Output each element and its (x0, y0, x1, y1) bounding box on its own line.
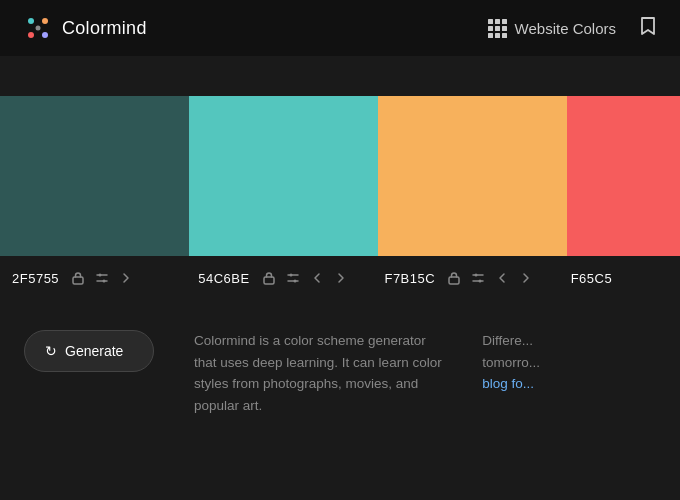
generate-label: Generate (65, 343, 123, 359)
chevron-left-button-2[interactable] (493, 269, 511, 287)
svg-rect-15 (449, 277, 459, 284)
color-hex-1: 54C6BE (198, 271, 249, 286)
lock-button-2[interactable] (445, 269, 463, 287)
swatches-container (0, 96, 680, 256)
svg-point-13 (289, 274, 292, 277)
app-header: Colormind Website Colors (0, 0, 680, 56)
sliders-button-2[interactable] (469, 269, 487, 287)
color-info-0: 2F5755 (0, 269, 186, 287)
color-info-1: 54C6BE (186, 269, 372, 287)
svg-point-4 (36, 26, 41, 31)
svg-point-8 (99, 274, 102, 277)
color-hex-0: 2F5755 (12, 271, 59, 286)
chevron-right-button-2[interactable] (517, 269, 535, 287)
description-right: Differe...tomorro... blog fo... (482, 330, 656, 416)
color-info-2: F7B15C (372, 269, 558, 287)
grid-icon (488, 19, 507, 38)
svg-point-18 (475, 274, 478, 277)
swatch-0 (0, 96, 189, 256)
svg-point-1 (42, 18, 48, 24)
svg-point-2 (28, 32, 34, 38)
header-right: Website Colors (480, 15, 656, 42)
refresh-icon: ↻ (45, 343, 57, 359)
chevron-left-button-1[interactable] (308, 269, 326, 287)
svg-point-3 (42, 32, 48, 38)
main-content: 2F5755 (0, 56, 680, 436)
swatch-3 (567, 96, 680, 256)
svg-point-19 (479, 280, 482, 283)
svg-rect-10 (264, 277, 274, 284)
sliders-button-1[interactable] (284, 269, 302, 287)
website-colors-label: Website Colors (515, 20, 616, 37)
logo-icon (24, 14, 52, 42)
chevron-right-button-1[interactable] (332, 269, 350, 287)
lock-button-1[interactable] (260, 269, 278, 287)
svg-rect-5 (73, 277, 83, 284)
color-info-3: F65C5 (559, 271, 680, 286)
bookmark-button[interactable] (640, 16, 656, 41)
description-text: Colormind is a color scheme generator th… (194, 330, 442, 416)
lock-button-0[interactable] (69, 269, 87, 287)
svg-point-0 (28, 18, 34, 24)
bottom-section: ↻ Generate Colormind is a color scheme g… (0, 310, 680, 436)
swatch-1 (189, 96, 378, 256)
chevron-right-button-0[interactable] (117, 269, 135, 287)
header-left: Colormind (24, 14, 147, 42)
svg-point-14 (293, 280, 296, 283)
color-info-row: 2F5755 (0, 256, 680, 300)
svg-point-9 (103, 280, 106, 283)
generate-button[interactable]: ↻ Generate (24, 330, 154, 372)
color-hex-3: F65C5 (571, 271, 613, 286)
app-title: Colormind (62, 18, 147, 39)
color-hex-2: F7B15C (384, 271, 435, 286)
sliders-button-0[interactable] (93, 269, 111, 287)
blog-link[interactable]: blog fo... (482, 376, 534, 391)
website-colors-button[interactable]: Website Colors (480, 15, 624, 42)
swatch-2 (378, 96, 567, 256)
